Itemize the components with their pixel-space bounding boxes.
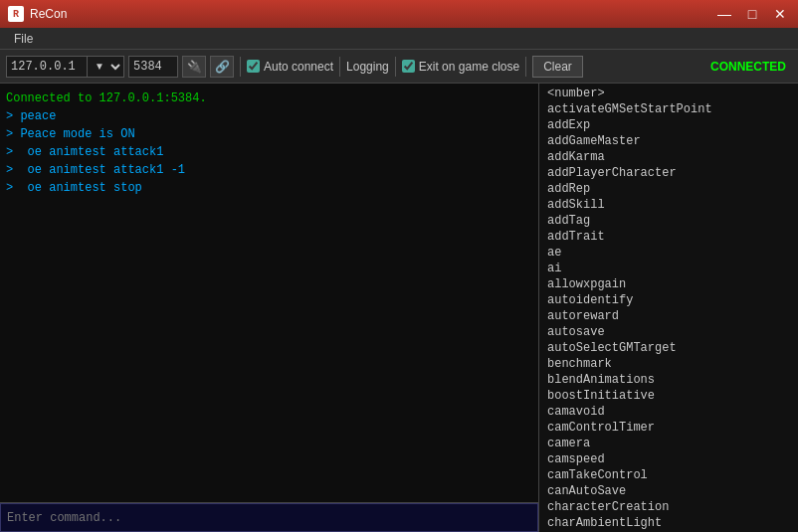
autocomplete-item[interactable]: addSkill xyxy=(539,197,798,213)
autocomplete-item[interactable]: benchmark xyxy=(539,356,798,372)
autocomplete-item[interactable]: boostInitiative xyxy=(539,388,798,404)
autocomplete-item[interactable]: blendAnimations xyxy=(539,372,798,388)
console-output: Connected to 127.0.0.1:5384.> peace> Pea… xyxy=(0,84,538,502)
autocomplete-item[interactable]: addRep xyxy=(539,181,798,197)
autocomplete-item[interactable]: autoidentify xyxy=(539,292,798,308)
logging-label: Logging xyxy=(346,60,389,74)
autocomplete-item[interactable]: addPlayerCharacter xyxy=(539,165,798,181)
title-left: R ReCon xyxy=(8,6,67,22)
autocomplete-item[interactable]: autoreward xyxy=(539,308,798,324)
separator-4 xyxy=(525,57,526,77)
disconnect-icon-button[interactable]: 🔗 xyxy=(210,56,234,78)
ip-field-container: ▼ xyxy=(6,56,124,78)
ip-input[interactable] xyxy=(7,60,87,74)
main-area: Connected to 127.0.0.1:5384.> peace> Pea… xyxy=(0,84,798,532)
autocomplete-item[interactable]: addTrait xyxy=(539,229,798,245)
autocomplete-list: <number>activateGMSetStartPointaddExpadd… xyxy=(539,84,798,532)
autocomplete-item[interactable]: camspeed xyxy=(539,451,798,467)
console-line: > oe animtest stop xyxy=(6,179,532,197)
autocomplete-item[interactable]: <number> xyxy=(539,86,798,101)
console-input-row xyxy=(0,502,538,532)
console-line: > oe animtest attack1 xyxy=(6,143,532,161)
menu-file[interactable]: File xyxy=(6,30,41,48)
autocomplete-item[interactable]: addKarma xyxy=(539,149,798,165)
menu-bar: File xyxy=(0,28,798,50)
exit-on-close-checkbox[interactable] xyxy=(402,60,415,73)
autocomplete-panel: <number>activateGMSetStartPointaddExpadd… xyxy=(539,84,798,532)
separator-2 xyxy=(339,57,340,77)
autocomplete-item[interactable]: camavoid xyxy=(539,404,798,420)
exit-on-close-label[interactable]: Exit on game close xyxy=(402,60,519,74)
connect-icon-button[interactable]: 🔌 xyxy=(182,56,206,78)
separator-1 xyxy=(240,57,241,77)
toolbar: ▼ 🔌 🔗 Auto connect Logging Exit on game … xyxy=(0,50,798,84)
logging-text: Logging xyxy=(346,60,389,74)
title-text: ReCon xyxy=(30,7,67,21)
title-bar: R ReCon — □ ✕ xyxy=(0,0,798,28)
console-panel: Connected to 127.0.0.1:5384.> peace> Pea… xyxy=(0,84,539,532)
auto-connect-checkbox[interactable] xyxy=(247,60,260,73)
close-button[interactable]: ✕ xyxy=(770,4,790,24)
autocomplete-item[interactable]: charAmbientLight xyxy=(539,515,798,531)
minimize-button[interactable]: — xyxy=(714,4,734,24)
autocomplete-item[interactable]: activateGMSetStartPoint xyxy=(539,101,798,117)
console-line: > Peace mode is ON xyxy=(6,125,532,143)
auto-connect-text: Auto connect xyxy=(264,60,333,74)
autocomplete-item[interactable]: canAutoSave xyxy=(539,483,798,499)
autocomplete-item[interactable]: addTag xyxy=(539,213,798,229)
autocomplete-item[interactable]: addExp xyxy=(539,117,798,133)
autocomplete-item[interactable]: autosave xyxy=(539,324,798,340)
maximize-button[interactable]: □ xyxy=(742,4,762,24)
autocomplete-item[interactable]: camera xyxy=(539,436,798,451)
autocomplete-item[interactable]: camControlTimer xyxy=(539,420,798,436)
console-input[interactable] xyxy=(0,503,538,532)
exit-on-close-text: Exit on game close xyxy=(419,60,519,74)
console-line: > peace xyxy=(6,107,532,125)
title-controls: — □ ✕ xyxy=(714,4,790,24)
autocomplete-item[interactable]: addGameMaster xyxy=(539,133,798,149)
autocomplete-item[interactable]: characterCreation xyxy=(539,499,798,515)
autocomplete-item[interactable]: camTakeControl xyxy=(539,467,798,483)
separator-3 xyxy=(395,57,396,77)
ip-dropdown[interactable]: ▼ xyxy=(87,57,123,77)
autocomplete-item[interactable]: allowxpgain xyxy=(539,276,798,292)
autocomplete-item[interactable]: ai xyxy=(539,261,798,276)
autocomplete-item[interactable]: ae xyxy=(539,245,798,261)
auto-connect-label[interactable]: Auto connect xyxy=(247,60,333,74)
connected-status: CONNECTED xyxy=(710,60,792,74)
console-line: > oe animtest attack1 -1 xyxy=(6,161,532,179)
autocomplete-item[interactable]: autoSelectGMTarget xyxy=(539,340,798,356)
console-line: Connected to 127.0.0.1:5384. xyxy=(6,89,532,107)
port-input[interactable] xyxy=(128,56,178,78)
clear-button[interactable]: Clear xyxy=(532,56,583,78)
app-icon: R xyxy=(8,6,24,22)
